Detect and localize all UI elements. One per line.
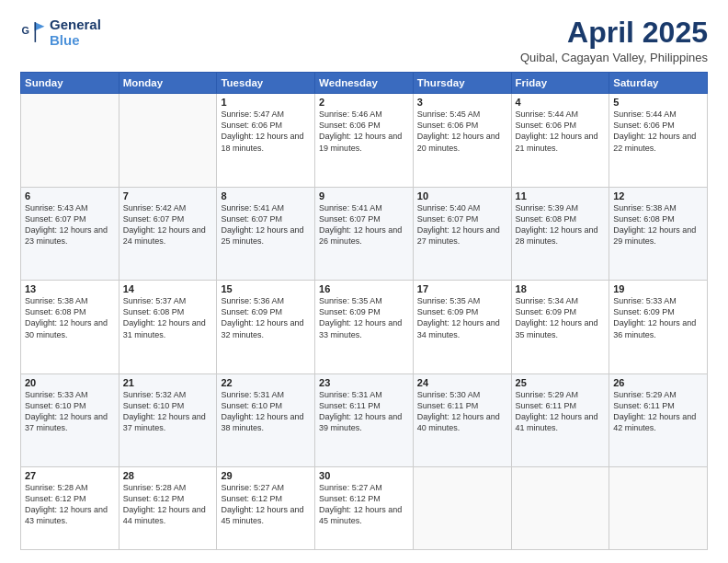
day-number: 17	[417, 283, 507, 294]
table-row: 27Sunrise: 5:28 AM Sunset: 6:12 PM Dayli…	[21, 467, 119, 550]
svg-text:G: G	[22, 25, 29, 36]
logo-text: General Blue	[50, 17, 101, 49]
day-info: Sunrise: 5:38 AM Sunset: 6:08 PM Dayligh…	[25, 295, 115, 340]
day-info: Sunrise: 5:44 AM Sunset: 6:06 PM Dayligh…	[516, 109, 606, 154]
col-thursday: Thursday	[413, 73, 511, 94]
col-friday: Friday	[511, 73, 609, 94]
table-row: 16Sunrise: 5:35 AM Sunset: 6:09 PM Dayli…	[315, 281, 414, 373]
day-number: 1	[221, 97, 311, 108]
day-info: Sunrise: 5:40 AM Sunset: 6:07 PM Dayligh…	[417, 202, 507, 247]
table-row: 4Sunrise: 5:44 AM Sunset: 6:06 PM Daylig…	[511, 94, 609, 187]
day-number: 23	[319, 377, 409, 388]
col-wednesday: Wednesday	[315, 73, 414, 94]
table-row: 28Sunrise: 5:28 AM Sunset: 6:12 PM Dayli…	[119, 467, 217, 550]
svg-rect-3	[35, 22, 37, 42]
calendar-week-row: 27Sunrise: 5:28 AM Sunset: 6:12 PM Dayli…	[21, 467, 708, 550]
calendar-week-row: 20Sunrise: 5:33 AM Sunset: 6:10 PM Dayli…	[21, 373, 708, 466]
day-info: Sunrise: 5:31 AM Sunset: 6:10 PM Dayligh…	[221, 389, 311, 434]
day-info: Sunrise: 5:41 AM Sunset: 6:07 PM Dayligh…	[221, 202, 311, 247]
table-row: 13Sunrise: 5:38 AM Sunset: 6:08 PM Dayli…	[21, 281, 119, 373]
day-info: Sunrise: 5:41 AM Sunset: 6:07 PM Dayligh…	[319, 202, 409, 247]
table-row: 21Sunrise: 5:32 AM Sunset: 6:10 PM Dayli…	[119, 373, 217, 466]
calendar-table: Sunday Monday Tuesday Wednesday Thursday…	[20, 72, 708, 550]
table-row: 17Sunrise: 5:35 AM Sunset: 6:09 PM Dayli…	[413, 281, 511, 373]
day-number: 14	[123, 283, 213, 294]
day-number: 29	[221, 470, 311, 481]
logo-icon: G	[20, 19, 46, 45]
table-row: 15Sunrise: 5:36 AM Sunset: 6:09 PM Dayli…	[217, 281, 315, 373]
col-tuesday: Tuesday	[217, 73, 315, 94]
day-number: 16	[319, 283, 409, 294]
table-row: 18Sunrise: 5:34 AM Sunset: 6:09 PM Dayli…	[511, 281, 609, 373]
day-number: 19	[613, 283, 703, 294]
day-number: 18	[516, 283, 606, 294]
day-number: 5	[613, 97, 703, 108]
day-info: Sunrise: 5:34 AM Sunset: 6:09 PM Dayligh…	[516, 295, 606, 340]
day-info: Sunrise: 5:32 AM Sunset: 6:10 PM Dayligh…	[123, 389, 213, 434]
table-row: 14Sunrise: 5:37 AM Sunset: 6:08 PM Dayli…	[119, 281, 217, 373]
title-block: April 2025 Quibal, Cagayan Valley, Phili…	[520, 17, 708, 64]
day-number: 12	[613, 190, 703, 201]
calendar-week-row: 6Sunrise: 5:43 AM Sunset: 6:07 PM Daylig…	[21, 187, 708, 280]
table-row	[413, 467, 511, 550]
day-number: 13	[25, 283, 115, 294]
day-info: Sunrise: 5:44 AM Sunset: 6:06 PM Dayligh…	[613, 109, 703, 154]
day-number: 24	[417, 377, 507, 388]
col-saturday: Saturday	[609, 73, 708, 94]
day-number: 6	[25, 190, 115, 201]
table-row: 9Sunrise: 5:41 AM Sunset: 6:07 PM Daylig…	[315, 187, 414, 280]
table-row: 3Sunrise: 5:45 AM Sunset: 6:06 PM Daylig…	[413, 94, 511, 187]
table-row	[119, 94, 217, 187]
table-row: 29Sunrise: 5:27 AM Sunset: 6:12 PM Dayli…	[217, 467, 315, 550]
day-info: Sunrise: 5:35 AM Sunset: 6:09 PM Dayligh…	[319, 295, 409, 340]
table-row: 19Sunrise: 5:33 AM Sunset: 6:09 PM Dayli…	[609, 281, 708, 373]
calendar-week-row: 1Sunrise: 5:47 AM Sunset: 6:06 PM Daylig…	[21, 94, 708, 187]
table-row: 30Sunrise: 5:27 AM Sunset: 6:12 PM Dayli…	[315, 467, 414, 550]
table-row: 23Sunrise: 5:31 AM Sunset: 6:11 PM Dayli…	[315, 373, 414, 466]
day-info: Sunrise: 5:33 AM Sunset: 6:09 PM Dayligh…	[613, 295, 703, 340]
table-row	[511, 467, 609, 550]
table-row: 11Sunrise: 5:39 AM Sunset: 6:08 PM Dayli…	[511, 187, 609, 280]
table-row: 24Sunrise: 5:30 AM Sunset: 6:11 PM Dayli…	[413, 373, 511, 466]
day-number: 8	[221, 190, 311, 201]
day-number: 25	[516, 377, 606, 388]
calendar-header-row: Sunday Monday Tuesday Wednesday Thursday…	[21, 73, 708, 94]
day-number: 15	[221, 283, 311, 294]
table-row: 10Sunrise: 5:40 AM Sunset: 6:07 PM Dayli…	[413, 187, 511, 280]
day-number: 22	[221, 377, 311, 388]
table-row: 26Sunrise: 5:29 AM Sunset: 6:11 PM Dayli…	[609, 373, 708, 466]
page: G General Blue April 2025 Quibal, Cagaya…	[0, 0, 728, 563]
logo: G General Blue	[20, 17, 101, 49]
col-monday: Monday	[119, 73, 217, 94]
day-number: 10	[417, 190, 507, 201]
header: G General Blue April 2025 Quibal, Cagaya…	[20, 17, 708, 64]
day-info: Sunrise: 5:29 AM Sunset: 6:11 PM Dayligh…	[613, 389, 703, 434]
day-info: Sunrise: 5:45 AM Sunset: 6:06 PM Dayligh…	[417, 109, 507, 154]
day-info: Sunrise: 5:46 AM Sunset: 6:06 PM Dayligh…	[319, 109, 409, 154]
table-row: 1Sunrise: 5:47 AM Sunset: 6:06 PM Daylig…	[217, 94, 315, 187]
day-info: Sunrise: 5:27 AM Sunset: 6:12 PM Dayligh…	[319, 482, 409, 527]
day-info: Sunrise: 5:43 AM Sunset: 6:07 PM Dayligh…	[25, 202, 115, 247]
day-info: Sunrise: 5:42 AM Sunset: 6:07 PM Dayligh…	[123, 202, 213, 247]
day-number: 2	[319, 97, 409, 108]
day-info: Sunrise: 5:38 AM Sunset: 6:08 PM Dayligh…	[613, 202, 703, 247]
day-info: Sunrise: 5:28 AM Sunset: 6:12 PM Dayligh…	[25, 482, 115, 527]
day-info: Sunrise: 5:47 AM Sunset: 6:06 PM Dayligh…	[221, 109, 311, 154]
day-info: Sunrise: 5:36 AM Sunset: 6:09 PM Dayligh…	[221, 295, 311, 340]
calendar-week-row: 13Sunrise: 5:38 AM Sunset: 6:08 PM Dayli…	[21, 281, 708, 373]
day-info: Sunrise: 5:33 AM Sunset: 6:10 PM Dayligh…	[25, 389, 115, 434]
day-info: Sunrise: 5:28 AM Sunset: 6:12 PM Dayligh…	[123, 482, 213, 527]
day-info: Sunrise: 5:29 AM Sunset: 6:11 PM Dayligh…	[516, 389, 606, 434]
table-row: 22Sunrise: 5:31 AM Sunset: 6:10 PM Dayli…	[217, 373, 315, 466]
day-number: 7	[123, 190, 213, 201]
table-row: 2Sunrise: 5:46 AM Sunset: 6:06 PM Daylig…	[315, 94, 414, 187]
day-info: Sunrise: 5:39 AM Sunset: 6:08 PM Dayligh…	[516, 202, 606, 247]
day-number: 4	[516, 97, 606, 108]
day-number: 26	[613, 377, 703, 388]
calendar-title: April 2025	[520, 17, 708, 49]
table-row: 5Sunrise: 5:44 AM Sunset: 6:06 PM Daylig…	[609, 94, 708, 187]
day-info: Sunrise: 5:31 AM Sunset: 6:11 PM Dayligh…	[319, 389, 409, 434]
day-number: 30	[319, 470, 409, 481]
table-row: 25Sunrise: 5:29 AM Sunset: 6:11 PM Dayli…	[511, 373, 609, 466]
table-row: 12Sunrise: 5:38 AM Sunset: 6:08 PM Dayli…	[609, 187, 708, 280]
